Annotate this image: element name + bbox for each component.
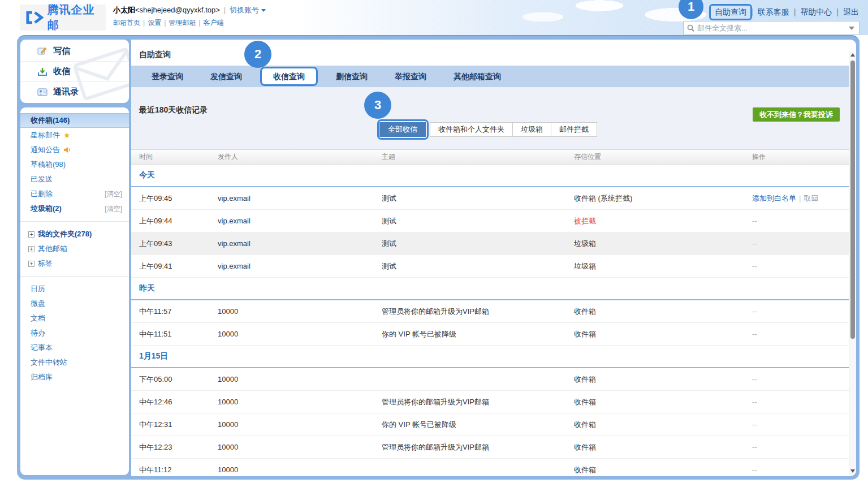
cell-location: 收件箱 (系统拦截) xyxy=(574,193,752,204)
top-link-3[interactable]: 帮助中心 xyxy=(799,7,833,16)
tencent-exmail-logo[interactable]: 腾讯企业邮 xyxy=(20,5,106,31)
switch-account-link[interactable]: 切换账号 xyxy=(230,6,259,14)
table-row[interactable]: 中午12:4610000管理员将你的邮箱升级为VIP邮箱收件箱-- xyxy=(131,391,849,413)
account-name: 小太阳 xyxy=(113,6,135,14)
contacts-icon xyxy=(37,88,47,97)
cell-location: 收件箱 xyxy=(574,307,752,317)
table-row[interactable]: 上午09:45vip.exmail测试收件箱 (系统拦截)添加到白名单|取回 xyxy=(131,187,849,210)
top-link-1[interactable]: 自助查询 xyxy=(714,7,748,16)
sidebar-folder-6[interactable]: 已删除[清空] xyxy=(20,187,129,201)
clear-folder-button[interactable]: [清空] xyxy=(105,204,122,214)
cell-time: 上午09:43 xyxy=(131,239,218,249)
table-row[interactable]: 中午11:1210000收件箱-- xyxy=(131,459,849,476)
sidebar-app-3[interactable]: 文档 xyxy=(20,311,129,326)
section-title: 最近180天收信记录 xyxy=(139,105,208,115)
mail-search-input[interactable]: 邮件全文搜索... xyxy=(683,21,860,35)
sidebar-app-4[interactable]: 待办 xyxy=(20,326,129,340)
sidebar-tree-1[interactable]: +我的文件夹(278) xyxy=(20,227,129,241)
vertical-scrollbar[interactable] xyxy=(849,51,856,475)
cell-action: -- xyxy=(752,217,849,225)
retrieve-link[interactable]: 取回 xyxy=(804,194,818,202)
no-action-placeholder: -- xyxy=(752,465,757,474)
clear-folder-button[interactable]: [清空] xyxy=(105,189,122,199)
table-row[interactable]: 上午09:43vip.exmail测试垃圾箱-- xyxy=(131,232,849,255)
mailbox-filters: 全部收信收件箱和个人文件夹垃圾箱邮件拦截 xyxy=(380,122,597,137)
table-row[interactable]: 中午11:5710000管理员将你的邮箱升级为VIP邮箱收件箱-- xyxy=(131,300,849,323)
scroll-up-arrow-icon[interactable] xyxy=(850,53,855,57)
cell-subject: 管理员将你的邮箱升级为VIP邮箱 xyxy=(382,442,574,452)
top-link-4[interactable]: 退出 xyxy=(842,7,860,16)
annotation-step-3: 3 xyxy=(364,92,391,119)
tab-5[interactable]: 举报查询 xyxy=(381,66,440,87)
filter-button-2[interactable]: 收件箱和个人文件夹 xyxy=(430,122,513,137)
column-header-2: 发件人 xyxy=(218,152,382,162)
table-header: 时间发件人主题存信位置操作 xyxy=(131,149,849,165)
tab-2[interactable]: 发信查询 xyxy=(197,66,256,87)
account-nav-link-3[interactable]: 管理邮箱 xyxy=(169,19,196,27)
table-row[interactable]: 上午09:41vip.exmail测试垃圾箱-- xyxy=(131,255,849,278)
table-row[interactable]: 中午12:3110000你的 VIP 帐号已被降级收件箱-- xyxy=(131,413,849,436)
sidebar-folder-2[interactable]: 星标邮件★ xyxy=(20,128,129,143)
no-action-placeholder: -- xyxy=(752,398,757,406)
sidebar-app-2[interactable]: 微盘 xyxy=(20,296,129,311)
top-link-2[interactable]: 联系客服 xyxy=(757,7,791,16)
sidebar-app-6[interactable]: 文件中转站 xyxy=(20,355,129,370)
complaint-button[interactable]: 收不到来信？我要投诉 xyxy=(753,107,840,122)
account-email: <shejhejeed@qyyxkf.top> xyxy=(135,6,220,14)
sidebar-app-7[interactable]: 归档库 xyxy=(20,370,129,385)
sidebar-app-5[interactable]: 记事本 xyxy=(20,340,129,355)
tab-6[interactable]: 其他邮箱查询 xyxy=(440,66,515,87)
filter-button-3[interactable]: 垃圾箱 xyxy=(512,122,551,137)
tab-4[interactable]: 删信查询 xyxy=(322,66,381,87)
sidebar-app-1[interactable]: 日历 xyxy=(20,282,129,296)
expand-icon[interactable]: + xyxy=(28,261,34,267)
account-nav-link-4[interactable]: 客户端 xyxy=(203,19,223,27)
account-nav-links: 邮箱首页|设置|管理邮箱|客户端 xyxy=(113,18,266,28)
cell-action: -- xyxy=(752,375,849,383)
folder-label: 垃圾箱(2) xyxy=(31,204,62,214)
sidebar-folder-1[interactable]: 收件箱(146) xyxy=(20,113,129,128)
expand-icon[interactable]: + xyxy=(28,246,34,252)
cell-location: 收件箱 xyxy=(574,374,752,385)
cell-action: -- xyxy=(752,465,849,474)
separator: | xyxy=(143,19,145,27)
cell-subject: 你的 VIP 帐号已被降级 xyxy=(382,329,574,339)
table-row[interactable]: 上午09:44vip.exmail测试被拦截-- xyxy=(131,210,849,232)
scroll-down-arrow-icon[interactable] xyxy=(850,469,855,473)
sidebar-tree-2[interactable]: +其他邮箱 xyxy=(20,241,129,256)
table-row[interactable]: 中午12:2310000管理员将你的邮箱升级为VIP邮箱收件箱-- xyxy=(131,436,849,459)
sidebar-action-label: 写信 xyxy=(53,46,70,57)
account-nav-link-2[interactable]: 设置 xyxy=(148,19,161,27)
filter-button-4[interactable]: 邮件拦截 xyxy=(551,122,597,137)
sidebar-folder-7[interactable]: 垃圾箱(2)[清空] xyxy=(20,201,129,216)
tab-3[interactable]: 收信查询 xyxy=(260,67,318,86)
search-dropdown-caret-icon[interactable] xyxy=(849,27,854,30)
column-header-1: 时间 xyxy=(131,152,218,162)
add-whitelist-link[interactable]: 添加到白名单 xyxy=(752,194,796,202)
sidebar-action-3[interactable]: 通讯录 xyxy=(20,81,129,102)
no-action-placeholder: -- xyxy=(752,443,757,451)
tab-1[interactable]: 登录查询 xyxy=(138,66,197,87)
table-row[interactable]: 中午11:5110000你的 VIP 帐号已被降级收件箱-- xyxy=(131,323,849,346)
expand-icon[interactable]: + xyxy=(28,231,34,238)
sidebar-folder-4[interactable]: 草稿箱(98) xyxy=(20,157,129,172)
sidebar-action-1[interactable]: 写信 xyxy=(20,41,129,61)
table-row[interactable]: 下午05:0010000收件箱-- xyxy=(131,368,849,391)
top-right-links: 自助查询|联系客服|帮助中心|退出 xyxy=(714,7,860,18)
account-nav-link-1[interactable]: 邮箱首页 xyxy=(113,19,140,27)
cell-time: 上午09:44 xyxy=(131,216,218,226)
account-line: 小太阳<shejhejeed@qyyxkf.top>|切换账号 xyxy=(113,5,266,15)
page-title: 自助查询 xyxy=(139,50,171,60)
table-body: 今天上午09:45vip.exmail测试收件箱 (系统拦截)添加到白名单|取回… xyxy=(131,165,849,476)
sidebar-folder-3[interactable]: 通知公告 xyxy=(20,143,129,157)
annotation-box-3: 全部收信 xyxy=(377,119,429,140)
filter-button-1[interactable]: 全部收信 xyxy=(379,122,426,137)
cell-location: 垃圾箱 xyxy=(574,261,752,271)
separator: | xyxy=(224,6,226,14)
sidebar-tree-3[interactable]: +标签 xyxy=(20,256,129,271)
scrollbar-thumb[interactable] xyxy=(850,61,855,339)
cell-sender: 10000 xyxy=(218,307,382,316)
sidebar-folder-5[interactable]: 已发送 xyxy=(20,172,129,187)
cell-action: -- xyxy=(752,262,849,270)
sidebar-action-2[interactable]: 收信 xyxy=(20,61,129,81)
